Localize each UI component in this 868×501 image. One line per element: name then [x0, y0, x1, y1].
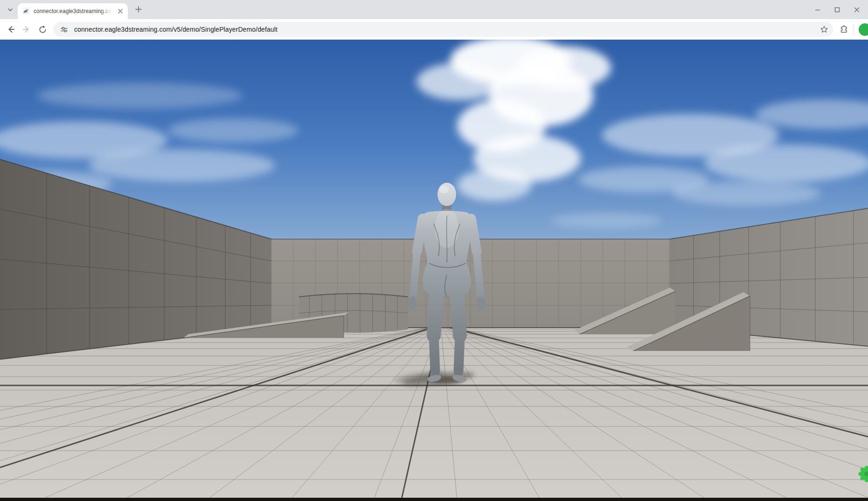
back-button[interactable] [3, 21, 19, 37]
browser-window: connector.eagle3dstreaming.co [0, 0, 868, 501]
tab-title: connector.eagle3dstreaming.co [34, 8, 112, 14]
streaming-3d-viewport[interactable] [0, 40, 868, 501]
maximize-icon[interactable] [833, 6, 841, 14]
tab-close-icon[interactable] [116, 7, 124, 15]
extensions-puzzle-icon[interactable] [836, 21, 852, 37]
window-controls [814, 0, 868, 19]
minimize-icon[interactable] [814, 6, 821, 14]
bottom-bar [0, 498, 868, 501]
url-text[interactable]: connector.eagle3dstreaming.com/v5/demo/S… [74, 26, 814, 33]
toolbar-divider [854, 25, 854, 34]
page-content [0, 40, 868, 501]
new-tab-button[interactable] [132, 3, 145, 16]
close-window-icon[interactable] [853, 6, 861, 14]
address-bar[interactable]: connector.eagle3dstreaming.com/v5/demo/S… [53, 22, 833, 37]
site-info-tune-icon[interactable] [58, 23, 70, 35]
reload-button[interactable] [35, 21, 50, 37]
tab-list-chevron-icon[interactable] [4, 3, 17, 16]
browser-tab[interactable]: connector.eagle3dstreaming.co [18, 3, 128, 19]
eagle-favicon-icon [22, 7, 30, 15]
profile-avatar[interactable] [858, 22, 868, 37]
bookmark-star-icon[interactable] [818, 23, 830, 35]
tab-strip: connector.eagle3dstreaming.co [0, 0, 868, 19]
browser-toolbar: connector.eagle3dstreaming.com/v5/demo/S… [0, 19, 868, 40]
forward-button[interactable] [19, 21, 35, 37]
